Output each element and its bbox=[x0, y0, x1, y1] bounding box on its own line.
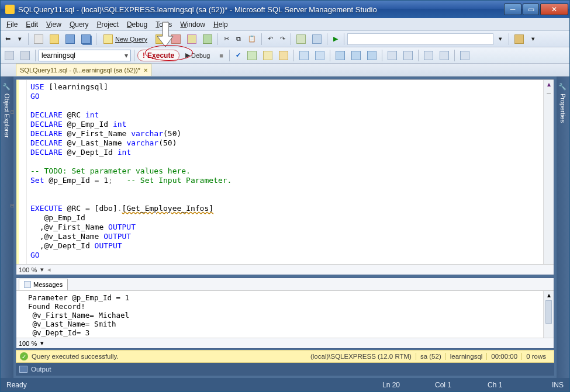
status-ins: INS bbox=[540, 381, 564, 389]
tb-btn-b[interactable] bbox=[310, 33, 324, 46]
close-button[interactable]: ✕ bbox=[540, 4, 568, 15]
start-button[interactable]: ▶ bbox=[330, 33, 341, 46]
status-bar: Ready Ln 20 Col 1 Ch 1 INS bbox=[1, 378, 569, 391]
query-status-bar: ✓ Query executed successfully. (local)\S… bbox=[16, 350, 554, 363]
uncomment-button[interactable] bbox=[401, 49, 415, 62]
maximize-button[interactable]: ▭ bbox=[523, 4, 539, 15]
intellisense-button[interactable] bbox=[277, 49, 291, 62]
editor-pane: USE [learningsql] GO DECLARE @RC int DEC… bbox=[16, 79, 554, 275]
status-db: learningsql bbox=[446, 353, 488, 360]
save-button[interactable] bbox=[63, 33, 77, 46]
minimize-button[interactable]: ─ bbox=[504, 4, 521, 15]
query-icon-3[interactable] bbox=[185, 33, 199, 46]
find-combo[interactable] bbox=[347, 33, 493, 45]
results-grid-button[interactable] bbox=[349, 49, 363, 62]
cancel-query-button[interactable]: ■ bbox=[216, 49, 226, 62]
cut-button[interactable]: ✂ bbox=[221, 33, 232, 46]
output-window-tab[interactable]: Output bbox=[16, 363, 554, 376]
menu-query[interactable]: Query bbox=[66, 19, 92, 30]
object-explorer-tab[interactable]: 🔧 Object Explorer bbox=[1, 77, 13, 378]
menubar: File Edit View Query Project Debug Tools… bbox=[1, 18, 569, 31]
sql-editor[interactable]: USE [learningsql] GO DECLARE @RC int DEC… bbox=[27, 80, 543, 264]
undo-button[interactable]: ↶ bbox=[265, 33, 275, 46]
results-text-button[interactable] bbox=[333, 49, 347, 62]
include-stats-button[interactable] bbox=[313, 49, 327, 62]
tab-label: SQLQuery11.sql - (l...earningsql (sa (52… bbox=[20, 67, 140, 74]
menu-view[interactable]: View bbox=[43, 19, 65, 30]
toolbar-sql: learningsql▾ !Execute ▶ Debug ■ ✔ bbox=[1, 47, 569, 64]
status-rows: 0 rows bbox=[522, 353, 550, 360]
include-plan-button[interactable] bbox=[297, 49, 311, 62]
indent-button[interactable] bbox=[422, 49, 436, 62]
properties-icon: 🔧 bbox=[559, 82, 567, 90]
menu-file[interactable]: File bbox=[3, 19, 21, 30]
tab-close-icon[interactable]: × bbox=[144, 67, 147, 74]
execute-icon: ! bbox=[143, 51, 145, 60]
messages-tab-label: Messages bbox=[33, 281, 63, 288]
open-button[interactable] bbox=[47, 33, 61, 46]
status-ch: Ch 1 bbox=[488, 381, 540, 389]
paste-button[interactable]: 📋 bbox=[246, 33, 258, 46]
messages-pane: Messages Parameter @p_Emp_Id = 1 Found R… bbox=[16, 277, 554, 349]
messages-scrollbar[interactable]: ▴ bbox=[543, 291, 554, 338]
save-all-button[interactable] bbox=[79, 33, 93, 46]
connection-dd[interactable] bbox=[18, 49, 32, 62]
fold-box-2[interactable]: ⊟ bbox=[11, 202, 14, 209]
nav-back-button[interactable]: ⬅ bbox=[2, 33, 13, 46]
document-tab-active[interactable]: SQLQuery11.sql - (l...earningsql (sa (52… bbox=[16, 64, 151, 76]
messages-zoom[interactable]: 100 % bbox=[19, 340, 37, 347]
menu-help[interactable]: Help bbox=[210, 19, 232, 30]
debug-button[interactable]: ▶ Debug bbox=[181, 49, 214, 62]
status-ready: Ready bbox=[6, 381, 27, 389]
menu-debug[interactable]: Debug bbox=[123, 19, 151, 30]
menu-tools[interactable]: Tools bbox=[152, 19, 175, 30]
properties-label: Properties bbox=[559, 93, 566, 123]
activity-monitor-button[interactable]: ▾ bbox=[528, 33, 538, 46]
editor-scrollbar[interactable]: ▴ – bbox=[543, 80, 554, 264]
outline-gutter bbox=[19, 80, 27, 264]
query-options-button[interactable] bbox=[261, 49, 275, 62]
output-label: Output bbox=[31, 366, 51, 373]
messages-zoom-caret[interactable]: ▾ bbox=[40, 339, 44, 347]
menu-window[interactable]: Window bbox=[177, 19, 209, 30]
query-icon-4[interactable] bbox=[201, 33, 215, 46]
output-icon bbox=[19, 366, 27, 373]
zoom-caret-icon[interactable]: ▾ bbox=[40, 266, 44, 273]
status-time: 00:00:00 bbox=[487, 353, 522, 360]
query-icon-1[interactable] bbox=[153, 33, 167, 46]
nav-fwd-button[interactable]: ▾ bbox=[15, 33, 25, 46]
success-icon: ✓ bbox=[20, 352, 28, 360]
new-query-button[interactable]: New Query bbox=[99, 33, 151, 46]
object-explorer-label: Object Explorer bbox=[4, 93, 11, 138]
results-file-button[interactable] bbox=[365, 49, 379, 62]
properties-tab[interactable]: 🔧 Properties bbox=[557, 77, 569, 378]
status-col: Col 1 bbox=[435, 381, 488, 389]
new-project-button[interactable] bbox=[32, 33, 46, 46]
messages-icon bbox=[24, 281, 31, 288]
parse-button[interactable]: ✔ bbox=[233, 49, 243, 62]
menu-edit[interactable]: Edit bbox=[22, 19, 42, 30]
status-user: sa (52) bbox=[416, 353, 446, 360]
titlebar: SQLQuery11.sql - (local)\SQLEXPRESS.lear… bbox=[1, 1, 569, 18]
outdent-button[interactable] bbox=[437, 49, 451, 62]
find-caret[interactable]: ▾ bbox=[495, 33, 506, 46]
fold-box-1[interactable]: ⊟ bbox=[11, 109, 14, 115]
document-tabs: SQLQuery11.sql - (l...earningsql (sa (52… bbox=[1, 64, 569, 77]
database-combo[interactable]: learningsql▾ bbox=[39, 50, 131, 61]
query-icon-2[interactable] bbox=[169, 33, 183, 46]
object-explorer-icon: 🔧 bbox=[4, 82, 11, 90]
estimated-plan-button[interactable] bbox=[245, 49, 259, 62]
editor-zoom[interactable]: 100 % bbox=[19, 266, 37, 273]
redo-button[interactable]: ↷ bbox=[277, 33, 288, 46]
change-connection-button[interactable] bbox=[2, 49, 16, 62]
specify-values-button[interactable] bbox=[458, 49, 472, 62]
execute-button[interactable]: !Execute bbox=[137, 50, 179, 61]
copy-button[interactable]: ⧉ bbox=[233, 33, 244, 46]
comment-button[interactable] bbox=[385, 49, 399, 62]
tb-btn-a[interactable] bbox=[294, 33, 308, 46]
messages-tab[interactable]: Messages bbox=[19, 279, 68, 290]
registered-servers-button[interactable] bbox=[512, 33, 526, 46]
toolbar-main: ⬅ ▾ New Query ✂ ⧉ 📋 ↶ ↷ ▶ ▾ ▾ bbox=[1, 31, 569, 47]
menu-project[interactable]: Project bbox=[94, 19, 122, 30]
messages-body[interactable]: Parameter @p_Emp_Id = 1 Found Record! @v… bbox=[16, 291, 543, 338]
